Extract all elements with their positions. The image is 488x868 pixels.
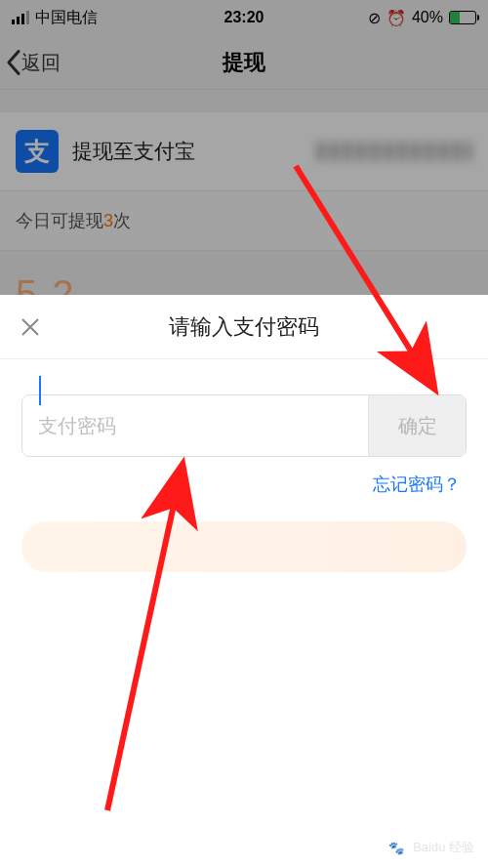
confirm-button[interactable]: 确定	[368, 395, 466, 456]
status-bar: 中国电信 23:20 ⊘ ⏰ 40%	[0, 0, 488, 35]
forgot-password-link[interactable]: 忘记密码？	[27, 473, 461, 496]
page-title: 提现	[223, 48, 265, 77]
chevron-left-icon	[6, 49, 21, 76]
alipay-icon: 支	[16, 130, 59, 173]
orientation-lock-icon: ⊘	[368, 9, 381, 27]
close-icon	[20, 316, 41, 338]
modal-title: 请输入支付密码	[169, 312, 319, 342]
app-screen: 中国电信 23:20 ⊘ ⏰ 40% 返回 提现 支 提现至支付宝 今日可提现3…	[0, 0, 488, 868]
back-button[interactable]: 返回	[6, 35, 61, 90]
password-modal: 请输入支付密码 确定 忘记密码？	[0, 295, 488, 868]
destination-label: 提现至支付宝	[72, 138, 195, 165]
watermark: 🐾 Baidu 经验	[386, 837, 474, 858]
carrier-label: 中国电信	[35, 8, 98, 28]
battery-pct: 40%	[412, 9, 443, 26]
text-caret	[39, 376, 41, 405]
alarm-icon: ⏰	[386, 9, 406, 27]
close-button[interactable]	[14, 310, 47, 344]
paw-icon: 🐾	[386, 837, 407, 858]
limit-count: 3	[103, 211, 113, 230]
password-row: 确定	[21, 394, 467, 457]
back-label: 返回	[21, 50, 61, 76]
withdraw-destination[interactable]: 支 提现至支付宝	[0, 111, 488, 191]
password-input[interactable]	[22, 395, 368, 456]
battery-icon	[449, 11, 476, 24]
withdraw-limit: 今日可提现3次	[0, 191, 488, 251]
app-header: 返回 提现	[0, 35, 488, 90]
account-masked	[316, 142, 472, 161]
submit-pill-disabled	[21, 521, 467, 572]
signal-icon	[12, 11, 29, 24]
clock: 23:20	[224, 9, 264, 26]
